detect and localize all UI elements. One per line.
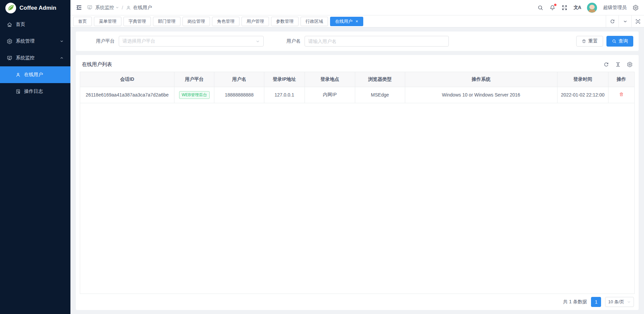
user-name[interactable]: 超级管理员 xyxy=(603,5,627,11)
tab-admin-region[interactable]: 行政区域 xyxy=(301,17,328,26)
logo: Coffee Admin xyxy=(0,0,70,16)
page-content: 用户平台 请选择用户平台 用户名 重置 xyxy=(70,27,644,314)
pagination-page-1[interactable]: 1 xyxy=(591,297,601,307)
chevron-down-icon xyxy=(115,6,119,9)
fullscreen-expand-icon[interactable] xyxy=(561,5,568,11)
tab-post-management[interactable]: 岗位管理 xyxy=(182,17,210,26)
avatar[interactable] xyxy=(587,3,597,13)
tab-online-users[interactable]: 在线用户 × xyxy=(330,17,363,26)
log-search-icon xyxy=(15,89,21,94)
tab-dict-management[interactable]: 字典管理 xyxy=(123,17,151,26)
delete-user-trash-icon[interactable] xyxy=(619,92,624,97)
tab-menu-management[interactable]: 菜单管理 xyxy=(94,17,121,26)
chevron-down-icon xyxy=(256,39,260,44)
breadcrumb-item-online-users: 在线用户 xyxy=(126,5,152,11)
row-density-icon[interactable] xyxy=(615,62,621,67)
trash-icon xyxy=(582,39,586,44)
topbar: 系统监控 / 在线用户 xyxy=(70,0,644,15)
platform-select[interactable]: 请选择用户平台 xyxy=(119,36,264,47)
sidebar-item-label: 在线用户 xyxy=(24,72,43,78)
search-icon xyxy=(612,39,616,44)
sidebar-item-label: 首页 xyxy=(16,21,25,27)
table-row: 26118e6169aa41a387aa3ca7a7d2a6be WEB管理后台… xyxy=(80,87,634,103)
tab-user-management[interactable]: 用户管理 xyxy=(241,17,269,26)
gear-icon xyxy=(7,39,12,44)
cell-session-id: 26118e6169aa41a387aa3ca7a7d2a6be xyxy=(80,87,174,103)
settings-gear-icon[interactable] xyxy=(633,5,639,11)
tabbar: 首页 菜单管理 字典管理 部门管理 岗位管理 角色管理 用户管理 参数管理 行政… xyxy=(70,15,644,27)
pagination-total: 共 1 条数据 xyxy=(563,299,587,305)
card-tools xyxy=(603,62,633,67)
tab-home[interactable]: 首页 xyxy=(73,17,92,26)
online-users-table: 会话ID 用户平台 用户名 登录IP地址 登录地点 浏览器类型 操作系统 登录时… xyxy=(80,72,635,294)
breadcrumb-item-system-monitor[interactable]: 系统监控 xyxy=(95,5,119,11)
sidebar-item-home[interactable]: 首页 xyxy=(0,16,70,33)
cell-location: 内网IP xyxy=(305,87,355,103)
column-header-ip: 登录IP地址 xyxy=(264,72,305,87)
sidebar-item-label: 操作日志 xyxy=(24,88,43,95)
tabs-dropdown-chevron-icon[interactable] xyxy=(619,15,631,27)
column-header-username: 用户名 xyxy=(214,72,264,87)
reset-button-label: 重置 xyxy=(588,38,598,44)
card-header: 在线用户列表 xyxy=(80,57,635,72)
chevron-down-icon xyxy=(60,39,64,43)
open-tabs: 首页 菜单管理 字典管理 部门管理 岗位管理 角色管理 用户管理 参数管理 行政… xyxy=(73,15,606,27)
translate-icon[interactable]: 文A xyxy=(574,5,581,11)
refresh-icon[interactable] xyxy=(603,62,609,67)
tab-role-management[interactable]: 角色管理 xyxy=(212,17,239,26)
cell-browser: MSEdge xyxy=(355,87,405,103)
filter-username: 用户名 xyxy=(286,36,449,47)
tabs-refresh-icon[interactable] xyxy=(606,15,619,27)
main-area: 系统监控 / 在线用户 xyxy=(70,0,644,314)
column-header-browser: 浏览器类型 xyxy=(355,72,405,87)
menu-fold-icon[interactable] xyxy=(76,4,82,11)
sidebar-item-system-management[interactable]: 系统管理 xyxy=(0,33,70,50)
page-size-value: 10 条/页 xyxy=(608,299,624,305)
breadcrumb-label: 在线用户 xyxy=(133,5,152,11)
tab-param-management[interactable]: 参数管理 xyxy=(271,17,299,26)
column-header-session-id: 会话ID xyxy=(80,72,174,87)
monitor-chart-icon xyxy=(7,55,12,61)
column-header-location: 登录地点 xyxy=(305,72,355,87)
sidebar-item-online-users[interactable]: 在线用户 xyxy=(0,66,70,83)
monitor-chart-icon xyxy=(87,5,93,10)
user-icon xyxy=(126,5,131,10)
home-icon xyxy=(7,22,12,27)
cell-actions xyxy=(608,87,634,103)
tab-label: 在线用户 xyxy=(335,18,353,24)
maximize-content-icon[interactable] xyxy=(631,15,644,27)
cell-login-time: 2022-01-02 22:12:00 xyxy=(557,87,608,103)
sidebar-item-label: 系统监控 xyxy=(16,55,35,61)
cell-username: 18888888888 xyxy=(214,87,264,103)
cell-ip: 127.0.0.1 xyxy=(264,87,305,103)
notification-badge xyxy=(554,4,556,6)
platform-tag: WEB管理后台 xyxy=(179,91,210,99)
reset-button[interactable]: 重置 xyxy=(576,36,603,47)
close-icon[interactable]: × xyxy=(356,19,358,23)
search-button-label: 查询 xyxy=(619,38,628,44)
sidebar-item-operation-log[interactable]: 操作日志 xyxy=(0,83,70,100)
column-header-login-time: 登录时间 xyxy=(557,72,608,87)
tab-dept-management[interactable]: 部门管理 xyxy=(153,17,180,26)
breadcrumb-label: 系统监控 xyxy=(95,5,114,11)
spring-leaf-logo-icon xyxy=(5,3,16,13)
search-icon[interactable] xyxy=(537,5,543,11)
column-settings-gear-icon[interactable] xyxy=(627,62,633,67)
online-users-card: 在线用户列表 xyxy=(76,55,639,310)
filter-platform: 用户平台 请选择用户平台 xyxy=(96,36,264,47)
cell-os: Windows 10 or Windows Server 2016 xyxy=(405,87,557,103)
app-root: Coffee Admin 首页 系统管理 xyxy=(0,0,644,314)
page-size-select[interactable]: 10 条/页 xyxy=(605,297,634,307)
username-label: 用户名 xyxy=(286,38,301,44)
search-button[interactable]: 查询 xyxy=(606,36,633,47)
breadcrumb-separator: / xyxy=(122,5,123,10)
column-header-actions: 操作 xyxy=(608,72,634,87)
notification-bell-icon[interactable] xyxy=(549,5,555,11)
column-header-os: 操作系统 xyxy=(405,72,557,87)
filter-actions: 重置 查询 xyxy=(576,36,633,47)
card-title: 在线用户列表 xyxy=(82,61,112,68)
sidebar-item-label: 系统管理 xyxy=(16,38,35,44)
sidebar-menu: 首页 系统管理 系统监控 xyxy=(0,16,70,314)
username-input[interactable] xyxy=(305,36,449,47)
sidebar-item-system-monitor[interactable]: 系统监控 xyxy=(0,50,70,66)
